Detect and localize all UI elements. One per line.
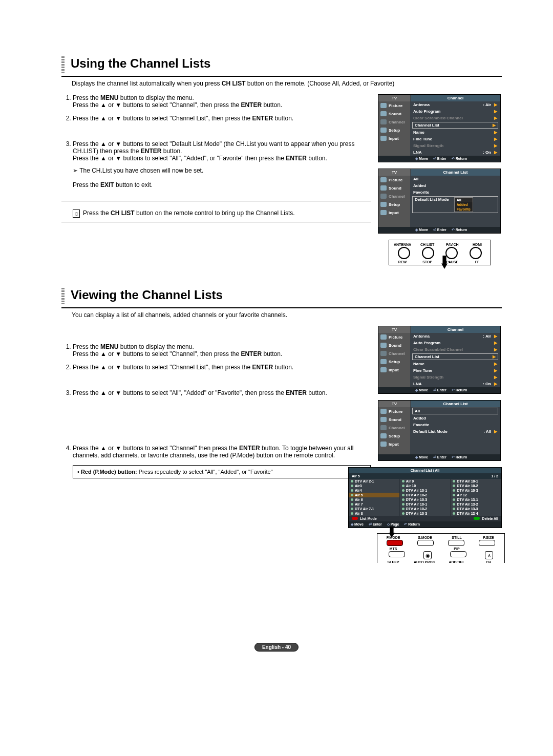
remote-diagram-chlist: ANTENNA CH LIST FAV.CH HDMI REW STOP PAU… bbox=[389, 240, 491, 265]
step-3: Press the ▲ or ▼ buttons to select "Defa… bbox=[73, 140, 371, 188]
section1-intro: Displays the channel list automatically … bbox=[72, 80, 502, 87]
key-red-pmode: Red (P.Mode) button: bbox=[81, 469, 137, 475]
key-enter: ENTER bbox=[239, 445, 260, 452]
channel-item: Air 12 bbox=[451, 493, 501, 497]
txt: Press the ▲ or ▼ buttons to select "Chan… bbox=[73, 115, 252, 122]
key-exit: EXIT bbox=[100, 181, 114, 188]
channel-item: Air4 bbox=[349, 488, 399, 493]
channel-item: DTV Air 10-3 bbox=[451, 488, 501, 493]
section-heading-1: Using the Channel Lists bbox=[61, 56, 502, 73]
pmode-callout: • Red (P.Mode) button: Press repeatedly … bbox=[73, 465, 371, 478]
txt: button. bbox=[262, 101, 282, 109]
channel-item: Air 8 bbox=[349, 511, 399, 516]
channel-list-all-panel: Channel List / All Air 51 / 2 DTV Air 2-… bbox=[348, 467, 502, 528]
channel-item: DTV Air 10-2 bbox=[400, 507, 451, 511]
key-enter: ENTER bbox=[286, 155, 307, 162]
step-2: Press the ▲ or ▼ buttons to select "Chan… bbox=[73, 115, 371, 134]
txt: button. bbox=[307, 155, 327, 162]
heading-ornament bbox=[61, 56, 65, 73]
btn-list-mode: List Mode bbox=[360, 517, 377, 520]
txt: The CH.List you have chosen will now be … bbox=[79, 167, 203, 174]
page-indicator: 1 / 2 bbox=[491, 474, 498, 478]
section-title: Using the Channel Lists bbox=[71, 56, 210, 73]
channel-item: Air 7 bbox=[349, 502, 399, 507]
step-2: Press the ▲ or ▼ buttons to select "Chan… bbox=[73, 364, 371, 383]
btn-hdmi: HDMI bbox=[467, 243, 487, 246]
txt: button to exit. bbox=[114, 181, 153, 188]
section-heading-2: Viewing the Channel Lists bbox=[61, 288, 502, 304]
txt: Press the bbox=[73, 94, 100, 101]
channel-item: DTV Air 10-3 bbox=[400, 497, 451, 502]
osd-channel-menu-2: TVChannel Picture Sound Channel Setup In… bbox=[378, 326, 501, 394]
channel-item: Air 9 bbox=[400, 479, 451, 484]
side-picture: Picture bbox=[378, 101, 410, 110]
section-title: Viewing the Channel Lists bbox=[71, 288, 223, 304]
osd-channel-menu: TVChannel Picture Sound Channel Setup In… bbox=[378, 94, 501, 162]
channel-item: DTV Air 10-2 bbox=[451, 484, 501, 488]
btn-stop: STOP bbox=[417, 260, 438, 264]
key-enter: ENTER bbox=[241, 350, 262, 358]
key-enter: ENTER bbox=[286, 389, 307, 396]
note-icon: ➣ bbox=[73, 167, 78, 174]
osd-title: Channel List bbox=[411, 169, 500, 176]
channel-item: DTV Air 10-1 bbox=[400, 502, 451, 507]
key-menu: MENU bbox=[100, 94, 118, 101]
channel-item: DTV Air 10-1 bbox=[451, 479, 501, 484]
btn-ff: FF bbox=[467, 260, 487, 264]
osd-channel-list-dropdown: TVChannel List Picture Sound Channel Set… bbox=[378, 169, 501, 234]
channel-item: DTV Air 13-1 bbox=[451, 497, 501, 502]
key-enter: ENTER bbox=[141, 148, 162, 155]
osd-main: Antenna: Air▶ Auto Program▶ Clear Scramb… bbox=[410, 101, 500, 156]
txt: button on the remote. (Choose All, Added… bbox=[245, 80, 394, 87]
txt: Displays the channel list automatically … bbox=[72, 80, 222, 87]
key-enter: ENTER bbox=[241, 101, 262, 109]
key-ch-list: CH LIST bbox=[222, 80, 246, 87]
step-4: Press the ▲ or ▼ buttons to select "Chan… bbox=[73, 445, 371, 459]
key-menu: MENU bbox=[100, 343, 118, 350]
side-input: Input bbox=[378, 134, 410, 142]
manual-page: Using the Channel Lists Displays the cha… bbox=[0, 0, 553, 756]
txt: button. bbox=[273, 115, 293, 122]
channel-item: DTV Air 10-2 bbox=[400, 493, 451, 497]
txt: Press the ▲ or ▼ buttons to select "All"… bbox=[73, 155, 286, 162]
txt: button on the remote control to bring up… bbox=[135, 209, 295, 217]
btn-delete-all: Delete All bbox=[482, 517, 498, 520]
side-channel: Channel bbox=[378, 118, 410, 126]
txt: button. bbox=[161, 148, 182, 155]
side-setup: Setup bbox=[378, 126, 410, 134]
channel-item: Air3 bbox=[349, 484, 399, 488]
osd-channel-list: TVChannel List Picture Sound Channel Set… bbox=[378, 400, 501, 461]
channel-item: Air 10 bbox=[400, 484, 451, 488]
selected-channel: Air 5 bbox=[352, 474, 360, 478]
remote-note: ▯ Press the CH LIST button on the remote… bbox=[73, 209, 371, 218]
channel-item: Air 6 bbox=[349, 497, 399, 502]
page-footer: English - 40 bbox=[254, 643, 299, 652]
step-1: Press the MENU button to display the men… bbox=[73, 343, 371, 358]
panel-title: Channel List / All bbox=[349, 468, 501, 473]
rule bbox=[61, 76, 502, 77]
section2-steps: Press the MENU button to display the men… bbox=[73, 343, 371, 459]
side-sound: Sound bbox=[378, 110, 410, 118]
heading-ornament bbox=[61, 288, 65, 304]
osd-title: Channel bbox=[411, 95, 500, 101]
osd-tab-tv: TV bbox=[378, 95, 411, 101]
osd-sidebar: Picture Sound Channel Setup Input bbox=[378, 101, 410, 156]
section1-steps: Press the MENU button to display the men… bbox=[73, 94, 371, 188]
remote-icon: ▯ bbox=[73, 209, 80, 218]
txt: button to display the menu. bbox=[118, 94, 194, 101]
txt: Press the bbox=[73, 181, 100, 188]
channel-item: DTV Air 10-1 bbox=[400, 488, 451, 493]
step-1: Press the MENU button to display the men… bbox=[73, 94, 371, 109]
channel-item: DTV Air 13-3 bbox=[451, 507, 501, 511]
channel-item: DTV Air 13-2 bbox=[451, 502, 501, 507]
dropdown-default-list-mode: All Added Favorite bbox=[454, 197, 473, 212]
key-enter: ENTER bbox=[252, 115, 273, 122]
txt: Press the ▲ or ▼ buttons to select "Defa… bbox=[73, 140, 355, 155]
btn-rew: REW bbox=[392, 260, 413, 264]
channel-item: DTV Air 2-1 bbox=[349, 479, 399, 484]
step-3: Press the ▲ or ▼ buttons to select "All"… bbox=[73, 389, 371, 438]
key-ch-list: CH LIST bbox=[111, 209, 135, 217]
osd-footer: ◆ Move⏎ Enter↶ Return bbox=[378, 156, 500, 162]
btn-chlist: CH LIST bbox=[417, 243, 438, 246]
channel-item: DTV Air 7-1 bbox=[349, 507, 399, 511]
